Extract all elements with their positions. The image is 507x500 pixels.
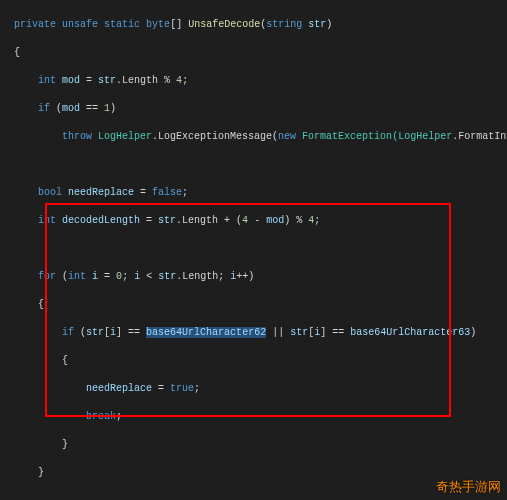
code-line[interactable]: { <box>2 354 505 368</box>
code-line[interactable] <box>2 494 505 500</box>
code-line[interactable]: needReplace = true; <box>2 382 505 396</box>
code-line[interactable]: bool needReplace = false; <box>2 186 505 200</box>
code-line[interactable]: for (int i = 0; i < str.Length; i++) <box>2 270 505 284</box>
code-line[interactable]: throw LogHelper.LogExceptionMessage(new … <box>2 130 505 144</box>
code-line[interactable]: } <box>2 466 505 480</box>
code-line[interactable]: if (str[i] == base64UrlCharacter62 || st… <box>2 326 505 340</box>
code-line[interactable]: private unsafe static byte[] UnsafeDecod… <box>2 18 505 32</box>
code-line[interactable]: int mod = str.Length % 4; <box>2 74 505 88</box>
code-line[interactable]: { <box>2 298 505 312</box>
code-line[interactable] <box>2 158 505 172</box>
code-line[interactable] <box>2 242 505 256</box>
code-line[interactable]: if (mod == 1) <box>2 102 505 116</box>
code-line[interactable]: { <box>2 46 505 60</box>
watermark-text: 奇热手游网 <box>436 478 501 496</box>
code-line[interactable]: int decodedLength = str.Length + (4 - mo… <box>2 214 505 228</box>
code-line[interactable]: break; <box>2 410 505 424</box>
code-line[interactable]: } <box>2 438 505 452</box>
code-editor[interactable]: private unsafe static byte[] UnsafeDecod… <box>0 0 507 500</box>
